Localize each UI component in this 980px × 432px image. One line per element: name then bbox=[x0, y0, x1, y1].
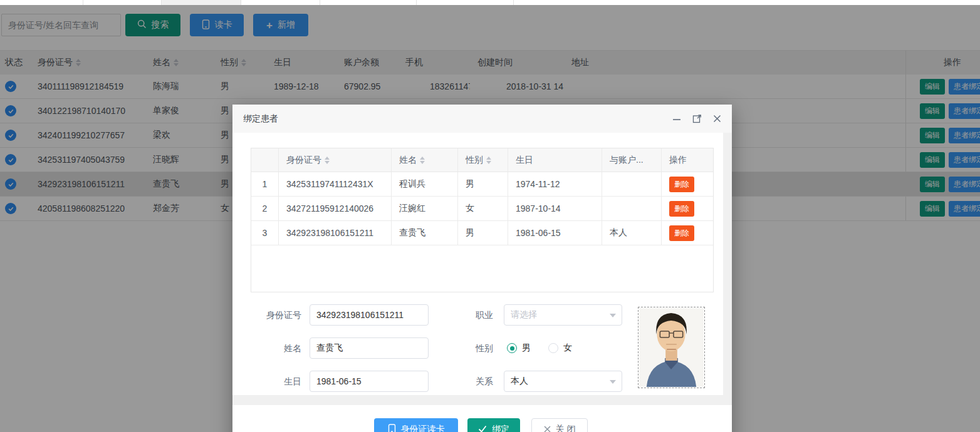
header-id[interactable]: 身份证号 bbox=[279, 148, 392, 172]
vertical-scrollbar[interactable] bbox=[723, 133, 732, 405]
close-button-label: 关 闭 bbox=[556, 424, 576, 432]
bind-button[interactable]: 绑定 bbox=[467, 418, 520, 432]
gender-female-label: 女 bbox=[563, 342, 572, 354]
cell-index: 1 bbox=[251, 172, 279, 196]
tab-6[interactable] bbox=[417, 0, 514, 5]
cell-relation: 本人 bbox=[602, 221, 662, 245]
tab-3-active[interactable] bbox=[162, 0, 241, 5]
app-screen: 搜索 读卡 + 新增 状态 身份证号 姓名 性别 生日 账户余额 手机 创建时间… bbox=[0, 0, 980, 432]
modal-title: 绑定患者 bbox=[243, 113, 278, 125]
header-gender[interactable]: 性别 bbox=[458, 148, 508, 172]
delete-button[interactable]: 删除 bbox=[669, 177, 694, 192]
bound-patients-header: 身份证号 姓名 性别 生日 与账户... 操作 bbox=[251, 148, 713, 172]
cell-relation bbox=[602, 172, 662, 196]
id-card-icon bbox=[388, 424, 396, 432]
cell-id: 342923198106151211 bbox=[279, 221, 392, 245]
cell-gender: 男 bbox=[458, 172, 508, 196]
delete-button[interactable]: 删除 bbox=[669, 201, 694, 217]
relation-select[interactable]: 本人 bbox=[504, 371, 622, 392]
name-field-value: 查贵飞 bbox=[316, 342, 343, 354]
relation-label: 关系 bbox=[446, 371, 493, 392]
cell-gender: 女 bbox=[458, 197, 508, 220]
cell-relation bbox=[602, 197, 662, 220]
sort-carets-icon[interactable] bbox=[486, 157, 491, 164]
header-actions: 操作 bbox=[662, 148, 713, 172]
check-icon bbox=[478, 424, 487, 432]
birthday-field[interactable]: 1981-06-15 bbox=[310, 371, 429, 392]
sort-carets-icon[interactable] bbox=[325, 157, 330, 164]
maximize-icon[interactable] bbox=[692, 114, 702, 123]
cell-birthday: 1981-06-15 bbox=[508, 221, 602, 245]
bind-patient-modal: 绑定患者 身份证号 姓名 性别 生日 与账户... 操作 1 342531197… bbox=[232, 105, 732, 432]
header-relation: 与账户... bbox=[602, 148, 662, 172]
tab-4[interactable] bbox=[241, 0, 320, 5]
gender-male-radio[interactable]: 男 bbox=[507, 342, 531, 354]
cell-name: 汪婉红 bbox=[392, 197, 458, 220]
header-birthday: 生日 bbox=[508, 148, 602, 172]
cell-id: 342721195912140026 bbox=[279, 197, 392, 220]
gender-male-label: 男 bbox=[522, 342, 531, 354]
patient-photo bbox=[638, 307, 705, 388]
read-id-card-button[interactable]: 身份证读卡 bbox=[374, 418, 458, 432]
patient-row[interactable]: 3 342923198106151211 查贵飞 男 1981-06-15 本人… bbox=[251, 221, 713, 245]
occupation-select[interactable]: 请选择 bbox=[504, 304, 622, 326]
tab-1[interactable] bbox=[0, 0, 83, 5]
occupation-placeholder: 请选择 bbox=[511, 309, 537, 321]
horizontal-scrollbar[interactable] bbox=[232, 395, 723, 405]
gender-female-radio[interactable]: 女 bbox=[548, 342, 572, 354]
cell-gender: 男 bbox=[458, 221, 508, 245]
cell-birthday: 1974-11-12 bbox=[508, 172, 602, 196]
cell-index: 2 bbox=[251, 197, 279, 220]
chevron-down-icon bbox=[610, 380, 616, 384]
name-label: 姓名 bbox=[244, 337, 301, 359]
patient-row[interactable]: 2 342721195912140026 汪婉红 女 1987-10-14 删除 bbox=[251, 197, 713, 221]
tab-strip bbox=[0, 0, 980, 5]
tab-2[interactable] bbox=[83, 0, 162, 5]
tab-bar-spacer bbox=[514, 0, 980, 5]
read-id-card-label: 身份证读卡 bbox=[401, 424, 445, 432]
modal-header: 绑定患者 bbox=[232, 105, 732, 133]
gender-label: 性别 bbox=[446, 337, 493, 359]
birthday-field-value: 1981-06-15 bbox=[316, 376, 362, 386]
tab-5[interactable] bbox=[320, 0, 417, 5]
bound-patients-table: 身份证号 姓名 性别 生日 与账户... 操作 1 34253119741112… bbox=[251, 148, 714, 292]
id-field-value: 342923198106151211 bbox=[316, 310, 404, 320]
occupation-label: 职业 bbox=[446, 304, 493, 326]
chevron-down-icon bbox=[610, 314, 616, 317]
cell-birthday: 1987-10-14 bbox=[508, 197, 602, 220]
name-field[interactable]: 查贵飞 bbox=[310, 337, 429, 359]
delete-button[interactable]: 删除 bbox=[669, 225, 694, 241]
patient-row[interactable]: 1 34253119741112431X 程训兵 男 1974-11-12 删除 bbox=[251, 172, 713, 197]
header-index bbox=[251, 148, 279, 172]
cell-index: 3 bbox=[251, 221, 279, 245]
close-button[interactable]: 关 闭 bbox=[531, 418, 588, 432]
cell-id: 34253119741112431X bbox=[279, 172, 392, 196]
id-label: 身份证号 bbox=[244, 304, 301, 326]
cell-name: 程训兵 bbox=[392, 172, 458, 196]
close-icon[interactable] bbox=[713, 115, 721, 123]
relation-select-value: 本人 bbox=[511, 376, 528, 387]
cell-name: 查贵飞 bbox=[392, 221, 458, 245]
id-field[interactable]: 342923198106151211 bbox=[310, 304, 429, 326]
sort-carets-icon[interactable] bbox=[420, 157, 425, 164]
header-name[interactable]: 姓名 bbox=[392, 148, 458, 172]
close-x-icon bbox=[544, 424, 551, 432]
birthday-label: 生日 bbox=[244, 371, 301, 392]
bind-button-label: 绑定 bbox=[492, 424, 509, 432]
minimize-icon[interactable] bbox=[672, 115, 681, 123]
radio-unselected-icon bbox=[548, 343, 558, 353]
radio-selected-icon bbox=[507, 343, 517, 353]
